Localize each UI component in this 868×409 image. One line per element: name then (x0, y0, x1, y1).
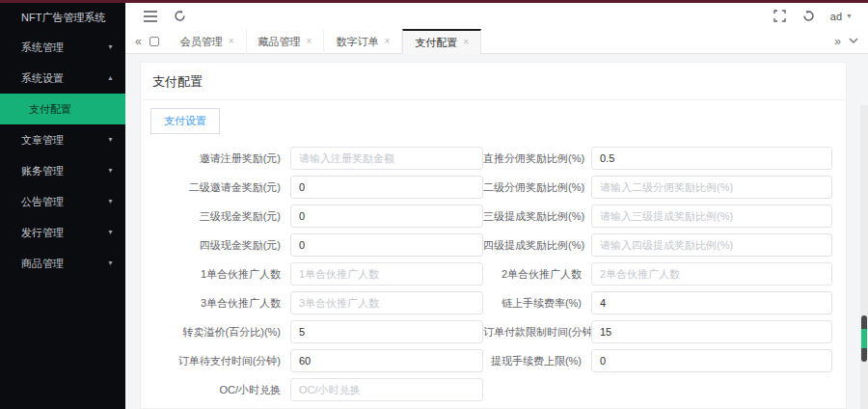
chevron-up-icon: ▲ (107, 63, 114, 94)
sidebar-menu: 系统管理▼系统设置▲支付配置文章管理▼账务管理▼公告管理▼发行管理▼商品管理▼ (0, 32, 125, 279)
sidebar-item-0[interactable]: 系统管理▼ (0, 32, 125, 63)
form-row-0: 邀请注册奖励(元)直推分佣奖励比例(%) (141, 144, 846, 173)
tags-scroll-right-icon[interactable]: » (834, 35, 841, 48)
tag-label: 会员管理 (180, 30, 223, 53)
field-label: 四级现金奖励(元) (141, 238, 290, 253)
tag-tab-1[interactable]: 藏品管理× (247, 29, 325, 54)
field-label: 邀请注册奖励(元) (141, 151, 290, 166)
sidebar-item-label: 系统设置 (21, 72, 64, 84)
field-input-5-l[interactable] (290, 291, 483, 314)
scrollbar-marker (861, 329, 867, 348)
hamburger-icon[interactable] (143, 9, 158, 24)
input-wrap (591, 291, 832, 314)
fullscreen-icon[interactable] (773, 9, 788, 24)
sidebar-item-label: 文章管理 (21, 134, 64, 146)
sidebar-item-6[interactable]: 发行管理▼ (0, 217, 125, 248)
sidebar-item-1[interactable]: 系统设置▲ (0, 63, 125, 94)
tag-label: 数字订单 (336, 30, 378, 53)
input-wrap (290, 320, 483, 343)
input-wrap (591, 262, 832, 286)
tab-payment-settings[interactable]: 支付设置 (150, 108, 220, 134)
field-input-7-l[interactable] (290, 349, 483, 372)
field-label: 订单待支付时间(分钟) (141, 354, 290, 368)
field-input-0-r[interactable] (591, 147, 832, 170)
chevron-down-icon: ▼ (107, 186, 114, 217)
field-input-6-r[interactable] (591, 320, 832, 343)
title-divider (141, 99, 846, 100)
chevron-down-icon: ▼ (107, 124, 114, 155)
sidebar-item-label: 账务管理 (21, 165, 64, 177)
sidebar-item-label: 商品管理 (21, 258, 64, 269)
sidebar-item-label: 支付配置 (29, 103, 71, 115)
user-menu[interactable]: ad ▼ (830, 11, 853, 22)
field-label: 3单合伙推广人数 (141, 296, 290, 311)
tags-menu-chevron-icon[interactable] (849, 38, 858, 44)
field-label: 订单付款限制时间(分钟) (483, 325, 591, 340)
sidebar-item-2[interactable]: 支付配置 (0, 94, 125, 124)
sidebar-item-7[interactable]: 商品管理▼ (0, 248, 125, 279)
field-label: 二级邀请金奖励(元) (141, 180, 290, 195)
field-input-5-r[interactable] (591, 291, 832, 314)
sidebar-item-4[interactable]: 账务管理▼ (0, 155, 125, 186)
app-window: NFT广告管理系统 系统管理▼系统设置▲支付配置文章管理▼账务管理▼公告管理▼发… (0, 0, 868, 409)
input-wrap (290, 349, 483, 372)
sidebar-item-3[interactable]: 文章管理▼ (0, 124, 125, 155)
config-form: 邀请注册奖励(元)直推分佣奖励比例(%)二级邀请金奖励(元)二级分佣奖励比例(%… (141, 144, 846, 404)
clear-cache-icon[interactable] (801, 9, 817, 24)
close-icon[interactable]: × (229, 30, 234, 53)
tags-scroll-left-icon[interactable]: « (125, 35, 149, 48)
input-wrap (591, 147, 832, 170)
input-wrap (591, 349, 832, 372)
input-wrap (290, 262, 483, 286)
field-label: 直推分佣奖励比例(%) (483, 151, 591, 166)
field-input-8-l[interactable] (290, 378, 483, 401)
form-row-8: OC/小时兑换 (141, 375, 846, 404)
field-label: 提现手续费上限(%) (483, 354, 591, 368)
field-input-1-l[interactable] (290, 176, 483, 199)
sidebar-item-label: 发行管理 (21, 227, 64, 238)
field-input-6-l[interactable] (290, 320, 483, 343)
close-icon[interactable]: × (384, 30, 390, 53)
input-wrap (290, 176, 483, 199)
field-label: 1单合伙推广人数 (141, 267, 290, 282)
chevron-down-icon: ▼ (107, 217, 114, 248)
chevron-down-icon: ▼ (107, 155, 114, 186)
content-area: 支付配置 支付设置 邀请注册奖励(元)直推分佣奖励比例(%)二级邀请金奖励(元)… (125, 54, 868, 409)
field-label: OC/小时兑换 (141, 383, 290, 397)
close-icon[interactable]: × (463, 32, 469, 53)
form-row-2: 三级现金奖励(元)三级提成奖励比例(%) (141, 202, 846, 231)
username-label: ad (830, 11, 842, 22)
chevron-down-icon: ▼ (107, 32, 114, 63)
page-title: 支付配置 (141, 63, 846, 99)
tag-tab-0[interactable]: 会员管理× (169, 29, 247, 54)
sidebar-item-5[interactable]: 公告管理▼ (0, 186, 125, 217)
dashboard-icon[interactable] (149, 37, 159, 46)
tags-view-bar: « 会员管理×藏品管理×数字订单×支付配置× » (125, 29, 868, 54)
tag-tab-3[interactable]: 支付配置× (402, 29, 481, 54)
field-input-1-r[interactable] (591, 176, 832, 199)
form-row-6: 转卖溢价(百分比)(%)订单付款限制时间(分钟) (141, 317, 846, 346)
field-label: 转卖溢价(百分比)(%) (141, 325, 290, 340)
tag-tab-2[interactable]: 数字订单× (324, 29, 402, 54)
field-input-0-l[interactable] (290, 147, 483, 170)
app-logo: NFT广告管理系统 (0, 3, 125, 32)
scrollbar-track[interactable] (860, 105, 868, 409)
field-input-2-l[interactable] (290, 204, 483, 228)
field-input-3-l[interactable] (290, 233, 483, 257)
field-input-4-l[interactable] (290, 262, 483, 286)
refresh-icon[interactable] (172, 9, 187, 24)
top-navbar: ad ▼ (125, 3, 868, 29)
close-icon[interactable]: × (307, 30, 312, 53)
input-wrap (290, 291, 483, 314)
field-input-4-r[interactable] (591, 262, 832, 286)
form-row-7: 订单待支付时间(分钟)提现手续费上限(%) (141, 346, 846, 375)
field-input-7-r[interactable] (591, 349, 832, 372)
input-wrap (290, 233, 483, 257)
field-input-2-r[interactable] (591, 204, 832, 228)
form-row-5: 3单合伙推广人数链上手续费率(%) (141, 288, 846, 317)
tag-label: 支付配置 (415, 32, 457, 53)
field-input-3-r[interactable] (591, 233, 832, 257)
field-label: 三级现金奖励(元) (141, 209, 290, 224)
sidebar-item-label: 系统管理 (21, 41, 64, 53)
input-wrap (591, 176, 832, 199)
